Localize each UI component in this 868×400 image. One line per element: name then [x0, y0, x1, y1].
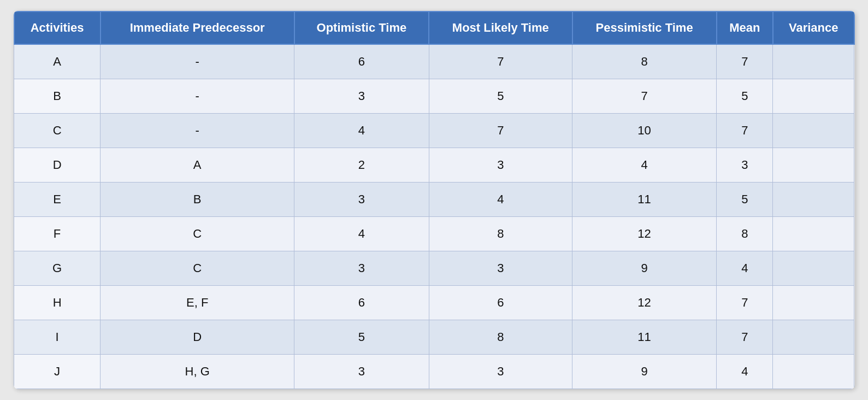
cell-optimistic: 6	[294, 44, 429, 79]
cell-variance	[773, 320, 854, 355]
cell-most_likely: 3	[429, 251, 572, 286]
header-row: Activities Immediate Predecessor Optimis…	[14, 11, 854, 44]
cell-predecessor: E, F	[101, 286, 294, 320]
cell-most_likely: 7	[429, 44, 572, 79]
table-row: C-47107	[14, 114, 854, 148]
cell-mean: 7	[717, 114, 773, 148]
cell-variance	[773, 148, 854, 183]
cell-activity: A	[14, 44, 101, 79]
cell-most_likely: 6	[429, 286, 572, 320]
cell-variance	[773, 44, 854, 79]
cell-activity: J	[14, 355, 101, 389]
cell-optimistic: 3	[294, 79, 429, 114]
cell-pessimistic: 11	[572, 320, 717, 355]
cell-mean: 8	[717, 217, 773, 251]
cell-activity: C	[14, 114, 101, 148]
table-row: DA2343	[14, 148, 854, 183]
cell-predecessor: C	[101, 251, 294, 286]
cell-optimistic: 6	[294, 286, 429, 320]
cell-activity: G	[14, 251, 101, 286]
cell-predecessor: -	[101, 44, 294, 79]
header-variance: Variance	[773, 11, 854, 44]
cell-pessimistic: 9	[572, 251, 717, 286]
cell-optimistic: 3	[294, 355, 429, 389]
cell-optimistic: 4	[294, 217, 429, 251]
cell-pessimistic: 10	[572, 114, 717, 148]
cell-pessimistic: 7	[572, 79, 717, 114]
cell-mean: 5	[717, 183, 773, 217]
cell-most_likely: 3	[429, 355, 572, 389]
cell-variance	[773, 183, 854, 217]
activities-table: Activities Immediate Predecessor Optimis…	[14, 11, 855, 389]
cell-optimistic: 2	[294, 148, 429, 183]
cell-variance	[773, 286, 854, 320]
table-row: B-3575	[14, 79, 854, 114]
cell-variance	[773, 251, 854, 286]
cell-pessimistic: 12	[572, 217, 717, 251]
header-activities: Activities	[14, 11, 101, 44]
cell-pessimistic: 8	[572, 44, 717, 79]
cell-most_likely: 8	[429, 320, 572, 355]
cell-optimistic: 3	[294, 251, 429, 286]
cell-variance	[773, 217, 854, 251]
cell-most_likely: 3	[429, 148, 572, 183]
table-row: HE, F66127	[14, 286, 854, 320]
header-most-likely: Most Likely Time	[429, 11, 572, 44]
cell-mean: 4	[717, 355, 773, 389]
cell-mean: 3	[717, 148, 773, 183]
cell-activity: H	[14, 286, 101, 320]
table-row: JH, G3394	[14, 355, 854, 389]
cell-activity: I	[14, 320, 101, 355]
cell-mean: 4	[717, 251, 773, 286]
cell-pessimistic: 4	[572, 148, 717, 183]
table-row: EB34115	[14, 183, 854, 217]
table-row: A-6787	[14, 44, 854, 79]
table-row: FC48128	[14, 217, 854, 251]
cell-predecessor: -	[101, 114, 294, 148]
cell-pessimistic: 9	[572, 355, 717, 389]
cell-optimistic: 3	[294, 183, 429, 217]
cell-activity: D	[14, 148, 101, 183]
cell-optimistic: 5	[294, 320, 429, 355]
cell-variance	[773, 79, 854, 114]
cell-variance	[773, 114, 854, 148]
cell-activity: E	[14, 183, 101, 217]
cell-pessimistic: 12	[572, 286, 717, 320]
main-table-container: Activities Immediate Predecessor Optimis…	[14, 11, 855, 389]
header-mean: Mean	[717, 11, 773, 44]
cell-pessimistic: 11	[572, 183, 717, 217]
cell-most_likely: 8	[429, 217, 572, 251]
cell-mean: 5	[717, 79, 773, 114]
cell-activity: B	[14, 79, 101, 114]
header-optimistic: Optimistic Time	[294, 11, 429, 44]
cell-variance	[773, 355, 854, 389]
cell-mean: 7	[717, 286, 773, 320]
cell-predecessor: A	[101, 148, 294, 183]
cell-mean: 7	[717, 320, 773, 355]
cell-predecessor: D	[101, 320, 294, 355]
cell-most_likely: 7	[429, 114, 572, 148]
cell-predecessor: B	[101, 183, 294, 217]
cell-optimistic: 4	[294, 114, 429, 148]
cell-most_likely: 4	[429, 183, 572, 217]
cell-predecessor: C	[101, 217, 294, 251]
table-row: GC3394	[14, 251, 854, 286]
cell-predecessor: H, G	[101, 355, 294, 389]
table-row: ID58117	[14, 320, 854, 355]
header-pessimistic: Pessimistic Time	[572, 11, 717, 44]
cell-predecessor: -	[101, 79, 294, 114]
cell-most_likely: 5	[429, 79, 572, 114]
cell-mean: 7	[717, 44, 773, 79]
cell-activity: F	[14, 217, 101, 251]
header-predecessor: Immediate Predecessor	[101, 11, 294, 44]
